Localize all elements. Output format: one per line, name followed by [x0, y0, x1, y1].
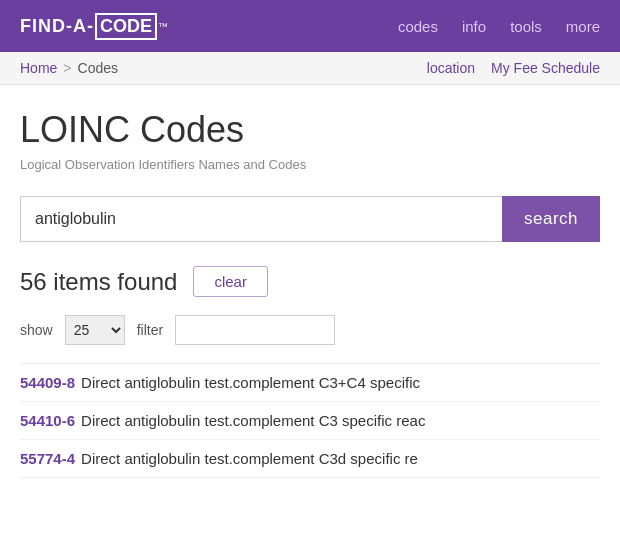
- nav-codes[interactable]: codes: [398, 18, 438, 35]
- nav-tools[interactable]: tools: [510, 18, 542, 35]
- result-code: 54409-8: [20, 374, 75, 391]
- search-row: search: [20, 196, 600, 242]
- result-code: 54410-6: [20, 412, 75, 429]
- fee-schedule-link[interactable]: My Fee Schedule: [491, 60, 600, 76]
- main-nav: codes info tools more: [398, 18, 600, 35]
- breadcrumb-separator: >: [63, 60, 71, 76]
- logo-text: FIND-A-: [20, 16, 94, 37]
- result-description: Direct antiglobulin test.complement C3+C…: [81, 374, 420, 391]
- filter-input[interactable]: [175, 315, 335, 345]
- results-list: 54409-8Direct antiglobulin test.compleme…: [20, 363, 600, 478]
- logo-trademark: ™: [158, 21, 168, 32]
- results-row: 56 items found clear: [20, 266, 600, 297]
- result-description: Direct antiglobulin test.complement C3d …: [81, 450, 418, 467]
- breadcrumb: Home > Codes: [20, 60, 118, 76]
- breadcrumb-bar: Home > Codes location My Fee Schedule: [0, 52, 620, 85]
- logo[interactable]: FIND-A- CODE ™: [20, 13, 168, 40]
- result-description: Direct antiglobulin test.complement C3 s…: [81, 412, 425, 429]
- results-count: 56 items found: [20, 268, 177, 296]
- breadcrumb-home[interactable]: Home: [20, 60, 57, 76]
- nav-more[interactable]: more: [566, 18, 600, 35]
- clear-button[interactable]: clear: [193, 266, 268, 297]
- page-subtitle: Logical Observation Identifiers Names an…: [20, 157, 600, 172]
- nav-info[interactable]: info: [462, 18, 486, 35]
- page-title: LOINC Codes: [20, 109, 600, 151]
- location-link[interactable]: location: [427, 60, 475, 76]
- show-label: show: [20, 322, 53, 338]
- breadcrumb-current: Codes: [78, 60, 118, 76]
- search-input[interactable]: [20, 196, 502, 242]
- logo-code-box: CODE: [95, 13, 157, 40]
- table-row[interactable]: 55774-4Direct antiglobulin test.compleme…: [20, 440, 600, 478]
- table-row[interactable]: 54409-8Direct antiglobulin test.compleme…: [20, 364, 600, 402]
- table-row[interactable]: 54410-6Direct antiglobulin test.compleme…: [20, 402, 600, 440]
- search-button[interactable]: search: [502, 196, 600, 242]
- header: FIND-A- CODE ™ codes info tools more: [0, 0, 620, 52]
- show-select[interactable]: 10 25 50 100: [65, 315, 125, 345]
- filter-label: filter: [137, 322, 163, 338]
- main-content: LOINC Codes Logical Observation Identifi…: [0, 85, 620, 498]
- controls-row: show 10 25 50 100 filter: [20, 315, 600, 345]
- breadcrumb-actions: location My Fee Schedule: [427, 60, 600, 76]
- result-code: 55774-4: [20, 450, 75, 467]
